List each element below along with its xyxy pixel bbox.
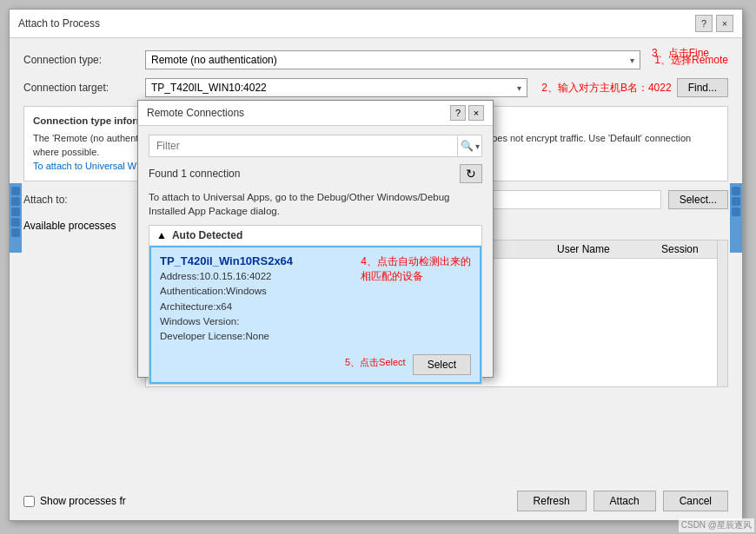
show-processes-label: Show processes fr <box>40 495 126 507</box>
connection-type-value: Remote (no authentication) <box>151 54 277 66</box>
refresh-button[interactable]: Refresh <box>517 491 587 511</box>
watermark: CSDN @星辰逐风 <box>679 518 754 532</box>
close-button[interactable]: × <box>716 15 733 32</box>
auto-detected-label: Auto Detected <box>172 229 242 241</box>
remote-filter-row: 🔍 ▾ <box>149 135 482 157</box>
remote-refresh-button[interactable]: ↻ <box>460 164 482 183</box>
connection-target-row: Connection target: TP_T420IL_WIN10:4022 … <box>23 78 728 97</box>
remote-filter-input[interactable] <box>149 135 457 156</box>
remote-search-icon: 🔍 <box>461 140 474 152</box>
remote-info-text: To attach to Universal Apps, go to the D… <box>149 190 482 218</box>
device-actions: 5、点击Select Select <box>160 349 471 375</box>
help-button[interactable]: ? <box>695 15 713 32</box>
show-processes-checkbox[interactable] <box>23 496 35 507</box>
auto-detected-header[interactable]: ▲ Auto Detected <box>149 226 481 246</box>
find-button[interactable]: Find... <box>677 78 728 97</box>
side-tabs <box>10 183 22 253</box>
remote-content: 🔍 ▾ Found 1 connection ↻ To attach to Un… <box>138 126 493 393</box>
titlebar-buttons: ? × <box>695 15 733 32</box>
remote-titlebar-buttons: ? × <box>450 105 484 121</box>
show-processes-check: Show processes fr <box>23 495 126 507</box>
annotation-step2: 2、输入对方主机B名：4022 <box>541 81 671 96</box>
found-row: Found 1 connection ↻ <box>149 164 482 183</box>
device-name: TP_T420il_Win10RS2x64 <box>160 254 352 267</box>
device-auth: Authentication:Windows <box>160 284 352 299</box>
connection-type-combo[interactable]: Remote (no authentication) ▾ <box>145 50 640 69</box>
device-annotation: 4、点击自动检测出来的 相匹配的设备 <box>361 254 471 284</box>
connection-target-combo[interactable]: TP_T420IL_WIN10:4022 ▾ <box>145 78 527 97</box>
target-combo-arrow-icon: ▾ <box>517 83 521 93</box>
remote-refresh-icon: ↻ <box>466 167 476 181</box>
remote-connections-dialog: Remote Connections ? × 🔍 ▾ Found 1 conne… <box>137 100 494 378</box>
device-details: Address:10.0.15.16:4022 Authentication:W… <box>160 269 352 344</box>
connection-target-label: Connection target: <box>23 82 145 94</box>
available-processes-label-col: Available processes <box>23 216 145 387</box>
col-session: Session <box>661 243 722 255</box>
bottom-bar: Show processes fr Refresh Attach Cancel <box>23 491 728 511</box>
device-dev-license: Developer License:None <box>160 329 352 344</box>
remote-filter-icon: 🔍 ▾ <box>457 135 481 156</box>
annotation-step5: 5、点击Select <box>345 356 406 369</box>
annotation-step3: 3、点击Fine <box>652 46 709 61</box>
remote-close-button[interactable]: × <box>468 105 484 121</box>
main-dialog-title: Attach to Process <box>18 17 100 30</box>
bottom-buttons: Refresh Attach Cancel <box>517 491 728 511</box>
connection-target-value: TP_T420IL_WIN10:4022 <box>151 82 267 94</box>
connection-type-control: Remote (no authentication) ▾ 1、选择Remote <box>145 50 728 69</box>
select-button[interactable]: Select... <box>668 190 728 209</box>
remote-dialog-title: Remote Connections <box>147 107 244 119</box>
remote-titlebar: Remote Connections ? × <box>138 101 493 126</box>
available-processes-label: Available processes <box>23 220 116 232</box>
cancel-button[interactable]: Cancel <box>663 491 728 511</box>
found-text: Found 1 connection <box>149 168 240 180</box>
col-username: User Name <box>557 243 661 255</box>
remote-filter-dropdown: ▾ <box>475 142 480 151</box>
attach-to-label: Attach to: <box>23 194 145 206</box>
device-arch: Architecture:x64 <box>160 300 352 314</box>
scrollbar-track[interactable] <box>717 241 727 386</box>
auto-detected-section: ▲ Auto Detected TP_T420il_Win10RS2x64 Ad… <box>149 225 482 385</box>
auto-detected-collapse-icon: ▲ <box>156 229 167 241</box>
remote-help-button[interactable]: ? <box>450 105 466 121</box>
select-device-button[interactable]: Select <box>413 354 471 375</box>
connection-type-label: Connection type: <box>23 54 145 66</box>
side-tabs-right <box>730 183 742 253</box>
device-item-content: TP_T420il_Win10RS2x64 Address:10.0.15.16… <box>160 254 471 344</box>
attach-button[interactable]: Attach <box>594 491 656 511</box>
device-info: TP_T420il_Win10RS2x64 Address:10.0.15.16… <box>160 254 352 344</box>
device-address: Address:10.0.15.16:4022 <box>160 269 352 284</box>
main-titlebar: Attach to Process ? × <box>10 10 742 38</box>
connection-type-row: Connection type: Remote (no authenticati… <box>23 50 728 69</box>
device-win-ver: Windows Version: <box>160 314 352 329</box>
device-item[interactable]: TP_T420il_Win10RS2x64 Address:10.0.15.16… <box>149 246 481 384</box>
connection-target-control: TP_T420IL_WIN10:4022 ▾ 2、输入对方主机B名：4022 F… <box>145 78 728 97</box>
annotation-step4: 4、点击自动检测出来的 相匹配的设备 <box>361 254 471 284</box>
combo-arrow-icon: ▾ <box>630 56 634 65</box>
